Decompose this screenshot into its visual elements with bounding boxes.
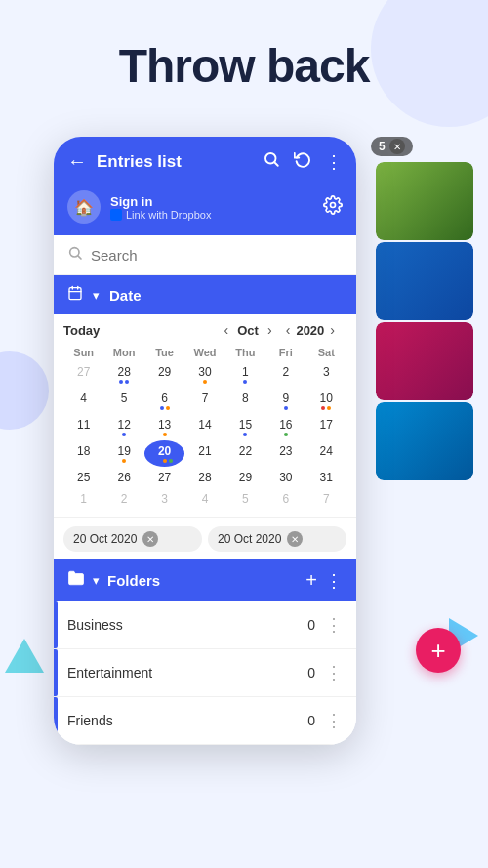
calendar-day-cell[interactable]: 25 <box>63 467 103 488</box>
history-icon[interactable] <box>294 150 311 173</box>
image-landscape <box>376 402 473 480</box>
calendar-nav: Today ‹ Oct › ‹ 2020 › <box>63 314 346 344</box>
calendar-day-cell[interactable]: 1 <box>225 361 265 388</box>
calendar-day-cell[interactable]: 5 <box>103 388 143 414</box>
folder-item-name: Friends <box>67 713 307 728</box>
calendar-day-cell[interactable]: 12 <box>103 414 143 440</box>
calendar-day-cell[interactable]: 20 <box>144 440 184 467</box>
calendar-day-cell[interactable]: 29 <box>144 361 184 388</box>
calendar-day-cell[interactable]: 23 <box>265 440 305 467</box>
month-next-btn[interactable]: › <box>265 322 274 338</box>
calendar-day-cell[interactable]: 5 <box>225 488 265 510</box>
calendar-day-cell[interactable]: 3 <box>144 488 184 510</box>
calendar-day-cell[interactable]: 31 <box>306 467 346 488</box>
month-label: Oct <box>234 323 262 338</box>
date-start-chip: 20 Oct 2020 ✕ <box>63 526 202 552</box>
folder-item-name: Business <box>67 617 307 633</box>
calendar-day-cell[interactable]: 4 <box>63 388 103 414</box>
today-label[interactable]: Today <box>63 323 100 338</box>
calendar-day-cell[interactable]: 21 <box>184 440 224 467</box>
settings-icon[interactable] <box>323 195 343 220</box>
calendar-day-header: Tue <box>144 344 184 361</box>
month-nav: ‹ Oct › <box>222 322 273 338</box>
date-section-title: Date <box>109 287 142 304</box>
calendar-day-cell[interactable]: 2 <box>265 361 305 388</box>
list-item[interactable]: Business 0 ⋮ <box>54 601 356 649</box>
calendar-day-cell[interactable]: 10 <box>306 388 346 414</box>
calendar-day-cell[interactable]: 3 <box>306 361 346 388</box>
date-end-clear-btn[interactable]: ✕ <box>287 531 303 547</box>
topbar: ← Entries list ⋮ <box>54 137 356 183</box>
calendar-day-cell[interactable]: 9 <box>265 388 305 414</box>
calendar-day-cell[interactable]: 6 <box>144 388 184 414</box>
dropbox-label: Link with Dropbox <box>126 209 211 221</box>
list-item[interactable]: Entertainment 0 ⋮ <box>54 649 356 697</box>
search-bar <box>54 235 356 275</box>
calendar-day-header: Fri <box>265 344 305 361</box>
svg-point-2 <box>331 202 336 207</box>
calendar-day-cell[interactable]: 6 <box>265 488 305 510</box>
year-prev-btn[interactable]: ‹ <box>284 322 293 338</box>
back-button[interactable]: ← <box>67 150 87 173</box>
folder-item-more-btn[interactable]: ⋮ <box>325 662 343 683</box>
dropbox-text: Link with Dropbox <box>110 209 211 221</box>
date-section-header[interactable]: ▾ Date <box>54 275 356 314</box>
calendar-day-cell[interactable]: 27 <box>63 361 103 388</box>
folders-more-btn[interactable]: ⋮ <box>325 570 343 592</box>
folder-item-more-btn[interactable]: ⋮ <box>325 710 343 731</box>
month-prev-btn[interactable]: ‹ <box>222 322 230 338</box>
calendar-day-cell[interactable]: 30 <box>184 361 224 388</box>
home-icon: 🏠 <box>67 190 101 224</box>
calendar-day-cell[interactable]: 4 <box>184 488 224 510</box>
badge-close-btn[interactable]: ✕ <box>389 139 405 154</box>
folders-chevron-icon: ▾ <box>93 573 100 588</box>
calendar-day-cell[interactable]: 26 <box>103 467 143 488</box>
search-icon[interactable] <box>263 150 280 173</box>
list-item[interactable]: Friends 0 ⋮ <box>54 697 356 745</box>
year-nav: ‹ 2020 › <box>284 322 337 338</box>
folder-item-more-btn[interactable]: ⋮ <box>325 614 343 636</box>
calendar-day-cell[interactable]: 11 <box>63 414 103 440</box>
calendar-day-cell[interactable]: 7 <box>184 388 224 414</box>
calendar-day-cell[interactable]: 28 <box>103 361 143 388</box>
date-end-value: 20 Oct 2020 <box>218 532 281 546</box>
calendar-day-cell[interactable]: 29 <box>225 467 265 488</box>
year-next-btn[interactable]: › <box>328 322 337 338</box>
calendar-day-cell[interactable]: 14 <box>184 414 224 440</box>
fab-button[interactable]: + <box>416 628 461 673</box>
calendar-day-cell[interactable]: 2 <box>103 488 143 510</box>
calendar-day-cell[interactable]: 18 <box>63 440 103 467</box>
svg-line-4 <box>78 256 81 259</box>
more-icon[interactable]: ⋮ <box>325 151 343 173</box>
signin-info: Sign in Link with Dropbox <box>110 194 211 221</box>
calendar-day-cell[interactable]: 30 <box>265 467 305 488</box>
calendar-day-cell[interactable]: 16 <box>265 414 305 440</box>
calendar-day-cell[interactable]: 19 <box>103 440 143 467</box>
date-end-chip: 20 Oct 2020 ✕ <box>208 526 346 552</box>
add-folder-btn[interactable]: + <box>305 569 317 592</box>
year-label: 2020 <box>296 323 324 338</box>
calendar-day-cell[interactable]: 24 <box>306 440 346 467</box>
bg-decoration-circle-left <box>0 351 49 430</box>
calendar: Today ‹ Oct › ‹ 2020 › SunMonTueWedThuFr… <box>54 314 356 517</box>
calendar-day-cell[interactable]: 17 <box>306 414 346 440</box>
signin-label: Sign in <box>110 194 211 209</box>
badge-count: 5 <box>379 140 386 153</box>
calendar-day-cell[interactable]: 22 <box>225 440 265 467</box>
calendar-day-cell[interactable]: 7 <box>306 488 346 510</box>
calendar-day-cell[interactable]: 1 <box>63 488 103 510</box>
calendar-day-cell[interactable]: 8 <box>225 388 265 414</box>
calendar-icon <box>67 285 83 305</box>
search-input[interactable] <box>91 247 343 264</box>
calendar-grid: SunMonTueWedThuFriSat2728293012345678910… <box>63 344 346 510</box>
calendar-day-cell[interactable]: 15 <box>225 414 265 440</box>
date-start-clear-btn[interactable]: ✕ <box>142 531 158 547</box>
calendar-day-cell[interactable]: 28 <box>184 467 224 488</box>
folder-list: Business 0 ⋮ Entertainment 0 ⋮ Friends 0… <box>54 601 356 745</box>
folder-item-count: 0 <box>307 713 315 728</box>
calendar-day-cell[interactable]: 27 <box>144 467 184 488</box>
calendar-day-cell[interactable]: 13 <box>144 414 184 440</box>
folder-item-name: Entertainment <box>67 665 307 681</box>
search-input-icon <box>67 245 83 265</box>
folders-section-title: Folders <box>107 572 298 589</box>
